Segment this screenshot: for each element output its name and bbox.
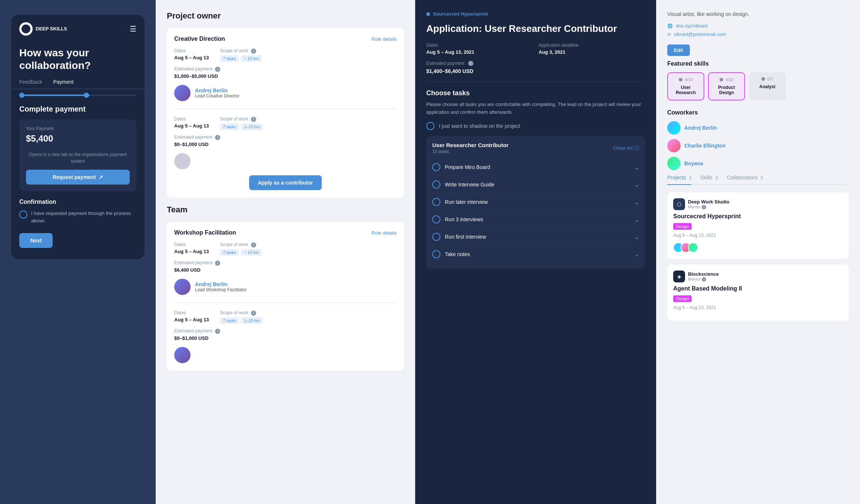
project-card-1: ⬡ Deep Work Studio Mentor i Sourcecred H…	[667, 192, 849, 259]
task-checkbox-3[interactable]	[432, 198, 440, 206]
workshop-role-name: Workshop Facilitation	[174, 229, 236, 236]
app-meta-grid: Dates Aug 5 – Aug 13, 2021 Application d…	[426, 43, 645, 55]
dates-value-2: Aug 5 – Aug 13	[174, 123, 209, 129]
person-avatar-2	[174, 153, 191, 169]
workshop-person-info: Andrej Berlin Lead Workshop Facilitator	[195, 281, 247, 292]
app-dates-value: Aug 5 – Aug 13, 2021	[426, 49, 533, 55]
task-checkbox-2[interactable]	[432, 180, 440, 189]
task-item-2[interactable]: Write Interview Guide ⌄	[432, 176, 639, 193]
project-title-2: Agent Based Modeling II	[673, 285, 843, 292]
choose-tasks-desc: Please choose all tasks you are comforta…	[426, 101, 645, 116]
role-details-link-creative[interactable]: Role details	[371, 36, 397, 42]
scope-tag-tasks-1: 7 tasks	[220, 55, 239, 62]
dates-field-2: Dates Aug 5 – Aug 13	[174, 116, 209, 130]
workshop-person-name[interactable]: Andrej Berlin	[195, 281, 247, 287]
workshop-scope-label: Scope of work i	[220, 242, 262, 248]
task-name-6: Take notes	[445, 251, 470, 257]
next-button[interactable]: Next	[19, 233, 53, 248]
tab-feedback[interactable]: Feedback	[19, 79, 42, 89]
tab-projects[interactable]: Projects 3	[667, 175, 691, 185]
coworker-name-2[interactable]: Charlie Ellington	[684, 143, 725, 149]
task-item-5[interactable]: Run first interview ⌄	[432, 228, 639, 246]
section-divider-1	[426, 82, 645, 82]
workshop-est-info-2[interactable]: i	[215, 329, 220, 334]
confirmation-checkbox[interactable]	[19, 210, 27, 219]
tab-collaborators[interactable]: Collaborators 3	[727, 175, 763, 184]
design-badge-2: Design	[673, 295, 692, 302]
coworker-row-1: Andrej Berlin	[667, 121, 849, 135]
contact-website[interactable]: dns.xyz/vikrant	[676, 23, 708, 29]
contact-email[interactable]: vikrant@protonmail.com	[674, 32, 726, 37]
divider-1	[174, 109, 397, 109]
request-payment-button[interactable]: Request payment ↗	[26, 170, 130, 185]
task-item-3[interactable]: Run later interview ⌄	[432, 193, 639, 211]
contributor-info: User Researcher Contributor 15 tasks	[432, 142, 509, 154]
person-info-1: Andrej Berlin Lead Creative Director	[195, 87, 239, 99]
section-complete-payment: Complete payment	[11, 101, 145, 119]
tab-skills[interactable]: Skills 3	[700, 175, 718, 184]
task-checkbox-5[interactable]	[432, 233, 440, 241]
external-link-icon: ↗	[99, 174, 103, 180]
logo-text: DEEP SKILLS	[36, 26, 67, 32]
contact-email-row: ✉ vikrant@protonmail.com	[667, 32, 849, 37]
app-title: Application: User Researcher Contributor	[426, 23, 645, 35]
task-item-6[interactable]: Take notes ⌄	[432, 246, 639, 263]
app-deadline-field: Application deadline Aug 3, 2021	[539, 43, 645, 55]
person-name-1[interactable]: Andrej Berlin	[195, 87, 239, 93]
est-value-2: $0–$1,000 USD	[174, 142, 397, 147]
chevron-down-icon-3: ⌄	[634, 199, 639, 206]
workshop-scope: Scope of work i 7 tasks ~ 15 hrs	[220, 242, 262, 256]
skill-card-analyst[interactable]: 0/1 Analyst	[749, 72, 786, 100]
scope-info-icon-1[interactable]: i	[251, 49, 256, 54]
app-org-row: Sourcecred Hypersprint	[426, 11, 645, 17]
scope-info-icon-2[interactable]: i	[251, 117, 256, 122]
shadow-radio[interactable]	[426, 122, 434, 130]
apply-contributor-button[interactable]: Apply as a contributor	[249, 175, 322, 190]
workshop-scope-info-2[interactable]: i	[251, 311, 256, 316]
payment-info-text: Opens in a new tab on the organisations …	[26, 151, 130, 165]
app-est-info-icon[interactable]: i	[468, 61, 473, 66]
person-role-1: Lead Creative Director	[195, 93, 239, 99]
edit-button[interactable]: Edit	[667, 44, 690, 56]
workshop-role-details[interactable]: Role details	[371, 230, 397, 236]
task-checkbox-6[interactable]	[432, 250, 440, 258]
payment-amount: $5,400	[26, 133, 130, 144]
workshop-tag-tasks: 7 tasks	[220, 249, 239, 256]
task-checkbox-1[interactable]	[432, 163, 440, 171]
request-payment-label: Request payment	[53, 174, 96, 180]
menu-icon[interactable]: ☰	[130, 24, 136, 33]
est-info-icon-2[interactable]: i	[215, 135, 220, 140]
design-badge-1: Design	[673, 223, 692, 230]
payment-label: Your Payment	[26, 126, 130, 131]
task-item-1[interactable]: Prepare Miro Board ⌄	[432, 159, 639, 176]
workshop-avatar	[174, 279, 191, 295]
org-info-1: Deep Work Studio Mentor i	[688, 199, 730, 210]
workshop-est-value: $6,400 USD	[174, 267, 397, 273]
workshop-dates-scope: Dates Aug 5 – Aug 13 Scope of work i 7 t…	[174, 242, 397, 256]
progress-bar-container	[11, 89, 145, 101]
task-item-4[interactable]: Run 3 interviews ⌄	[432, 211, 639, 228]
coworker-name-1[interactable]: Andrej Berlin	[684, 125, 717, 131]
shadow-option[interactable]: I just want to shadow on the project	[426, 122, 645, 130]
skill-card-product-design[interactable]: 4/10 Product Design	[708, 72, 745, 100]
workshop-header: Workshop Facilitation Role details	[174, 229, 397, 236]
workshop-scope-2: Scope of work i 7 tasks 1–15 hrs	[220, 310, 263, 324]
app-org-name[interactable]: Sourcecred Hypersprint	[433, 11, 488, 17]
task-checkbox-4[interactable]	[432, 215, 440, 223]
coworker-name-3[interactable]: Boyana	[684, 160, 703, 166]
tab-payment[interactable]: Payment	[53, 79, 73, 89]
workshop-scope-info[interactable]: i	[251, 242, 256, 248]
close-list-button[interactable]: Close list ⓘ	[613, 145, 639, 152]
chevron-down-icon-1: ⌄	[634, 164, 639, 171]
org-info-badge-2: i	[702, 277, 706, 282]
creative-direction-card: Creative Direction Role details Dates Au…	[167, 28, 404, 198]
payment-box: Your Payment $5,400 Opens in a new tab o…	[19, 119, 136, 191]
workshop-est-info[interactable]: i	[215, 261, 220, 266]
person-avatar-1	[174, 85, 191, 101]
scope-tags-1: 7 tasks ~ 15 hrs	[220, 55, 262, 62]
org-dot-icon	[426, 12, 430, 16]
scope-label-1: Scope of work i	[220, 48, 262, 54]
est-info-icon-1[interactable]: i	[215, 67, 220, 72]
skill-card-user-research[interactable]: 4/10 User Research	[667, 72, 704, 100]
workshop-dates-label: Dates	[174, 242, 209, 247]
